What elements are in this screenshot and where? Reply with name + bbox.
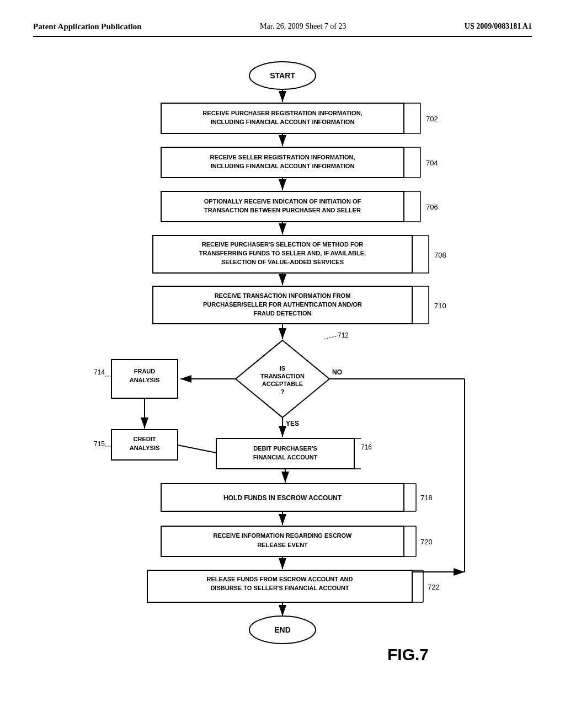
node-722-line2: DISBURSE TO SELLER'S FINANCIAL ACCOUNT	[210, 585, 349, 591]
node-706-line2: TRANSACTION BETWEEN PURCHASER AND SELLER	[204, 207, 361, 213]
end-label: END	[274, 625, 291, 634]
ref-715: 715	[94, 440, 105, 448]
node-720-line2: RELEASE EVENT	[257, 542, 308, 548]
node-706-line1: OPTIONALLY RECEIVE INDICATION OF INITIAT…	[204, 198, 361, 205]
fig-label: FIG.7	[387, 645, 429, 663]
node-710-line3: FRAUD DETECTION	[253, 310, 311, 317]
ref-702: 702	[426, 115, 438, 123]
ref-720: 720	[420, 538, 433, 546]
node-714-line1: FRAUD	[134, 368, 156, 374]
node-712-line2: TRANSACTION	[260, 373, 305, 379]
node-720-line1: RECEIVE INFORMATION REGARDING ESCROW	[214, 532, 353, 539]
flowchart-svg: START RECEIVE PURCHASER REGISTRATION INF…	[45, 53, 520, 693]
node-708-line3: SELECTION OF VALUE-ADDED SERVICES	[221, 259, 344, 265]
node-710-line1: RECEIVE TRANSACTION INFORMATION FROM	[215, 292, 351, 299]
node-708-line2: TRANSFERRING FUNDS TO SELLER AND, IF AVA…	[199, 250, 366, 256]
svg-line-29	[324, 336, 338, 339]
ref-710: 710	[434, 302, 446, 310]
page: Patent Application Publication Mar. 26, …	[0, 0, 565, 728]
header-left: Patent Application Publication	[33, 22, 142, 31]
node-704-line2: INCLUDING FINANCIAL ACCOUNT INFORMATION	[211, 163, 355, 169]
header-center: Mar. 26, 2009 Sheet 7 of 23	[260, 22, 346, 31]
start-label: START	[270, 71, 295, 80]
node-704-line1: RECEIVE SELLER REGISTRATION INFORMATION,	[210, 154, 355, 160]
node-722-line1: RELEASE FUNDS FROM ESCROW ACCOUNT AND	[206, 576, 353, 582]
node-712-line3: ACCEPTABLE	[262, 381, 303, 387]
no-label: NO	[332, 368, 342, 376]
page-header: Patent Application Publication Mar. 26, …	[33, 22, 532, 37]
node-715-line1: CREDIT	[134, 436, 156, 442]
node-718: HOLD FUNDS IN ESCROW ACCOUNT	[223, 494, 342, 502]
ref-712-label: 712	[338, 331, 349, 339]
ref-718: 718	[420, 494, 433, 502]
node-712-line1: IS	[280, 365, 285, 372]
ref-716: 716	[361, 443, 372, 451]
ref-722: 722	[428, 583, 440, 591]
node-716-line2: FINANCIAL ACCOUNT	[253, 454, 318, 461]
node-702-line1: RECEIVE PURCHASER REGISTRATION INFORMATI…	[202, 110, 362, 116]
ref-714: 714	[94, 368, 105, 376]
yes-label: YES	[286, 420, 299, 427]
node-714-line2: ANALYSIS	[130, 377, 160, 383]
node-712-line4: ?	[281, 388, 285, 395]
ref-708: 708	[434, 251, 446, 259]
node-708-line1: RECEIVE PURCHASER'S SELECTION OF METHOD …	[202, 241, 363, 248]
node-716-line1: DEBIT PURCHASER'S	[253, 445, 317, 452]
header-right: US 2009/0083181 A1	[465, 22, 532, 31]
ref-706: 706	[426, 203, 438, 211]
node-702-line2: INCLUDING FINANCIAL ACCOUNT INFORMATION	[211, 119, 355, 125]
node-715-line2: ANALYSIS	[130, 445, 160, 451]
ref-704: 704	[426, 159, 438, 167]
node-710-line2: PURCHASER/SELLER FOR AUTHENTICATION AND/…	[203, 301, 362, 308]
